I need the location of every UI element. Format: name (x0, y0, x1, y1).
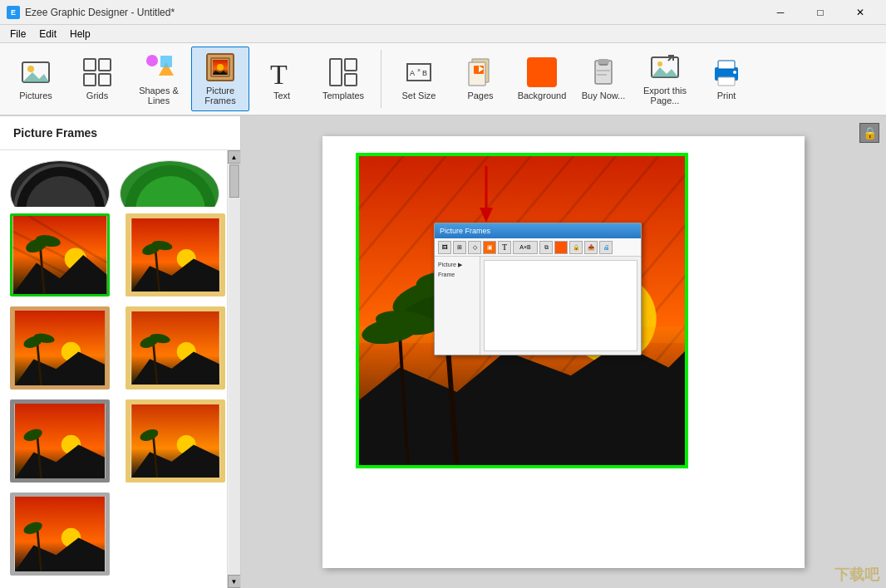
picture-frames-icon (205, 52, 235, 82)
mini-tb-pages[interactable]: ⧉ (539, 241, 553, 254)
mini-dialog-title-text: Picture Frames (440, 227, 490, 235)
mini-dialog-body: Picture ▶ Frame (435, 257, 641, 355)
svg-text:×: × (417, 67, 421, 73)
text-label: Text (273, 91, 290, 100)
toolbar-grids-button[interactable]: Grids (68, 47, 126, 111)
svg-marker-2 (22, 72, 49, 82)
frame-item-partial-1[interactable] (10, 160, 110, 207)
frame-item-partial-2[interactable] (120, 160, 219, 207)
canvas-frame[interactable]: Picture Frames 🖼 ⊞ ◇ ▣ T A×B ⧉ 🔒 📤 🖨 (356, 153, 688, 468)
sidebar-scrollbar: ▲ ▼ (227, 150, 240, 588)
mini-sidebar-item-2[interactable]: Frame (436, 270, 478, 279)
mini-tb-text[interactable]: T (498, 241, 511, 254)
svg-point-34 (657, 61, 662, 66)
frame-item-5[interactable] (10, 399, 110, 483)
scroll-thumb[interactable] (229, 164, 239, 198)
mini-tb-grids[interactable]: ⊞ (453, 241, 466, 254)
scroll-up-button[interactable]: ▲ (228, 150, 241, 164)
mini-dialog-toolbar: 🖼 ⊞ ◇ ▣ T A×B ⧉ 🔒 📤 🖨 (435, 238, 641, 257)
toolbar-print-button[interactable]: Print (697, 47, 756, 111)
svg-rect-17 (330, 59, 342, 86)
svg-text:T: T (270, 59, 288, 87)
buy-now-label: Buy Now... (582, 91, 626, 100)
svg-rect-6 (99, 74, 111, 86)
pictures-icon (21, 57, 51, 87)
svg-rect-9 (160, 56, 172, 67)
svg-point-40 (733, 71, 736, 74)
shapes-lines-icon (144, 52, 174, 82)
frame-item-6[interactable] (126, 399, 225, 483)
set-size-icon: A × B (404, 57, 434, 87)
lock-icon[interactable]: 🔒 (859, 123, 879, 143)
scroll-down-button[interactable]: ▼ (228, 575, 241, 588)
toolbar-pages-button[interactable]: Pages (451, 47, 509, 111)
title-bar: E Ezee Graphic Designer - Untitled* ─ □ … (0, 0, 886, 25)
toolbar-templates-button[interactable]: Templates (314, 47, 372, 111)
minimize-button[interactable]: ─ (761, 0, 800, 25)
mini-tb-export[interactable]: 📤 (584, 241, 598, 254)
svg-rect-3 (84, 59, 96, 71)
print-label: Print (717, 91, 736, 100)
toolbar-export-button[interactable]: Export this Page... (636, 47, 694, 111)
mini-content-area (485, 261, 637, 350)
toolbar-shapes-lines-button[interactable]: Shapes & Lines (130, 47, 188, 111)
window-controls: ─ □ ✕ (761, 0, 879, 25)
sidebar-title: Picture Frames (0, 116, 240, 150)
svg-text:A: A (410, 69, 415, 77)
svg-rect-18 (345, 59, 357, 71)
mini-tb-buy[interactable]: 🔒 (569, 241, 583, 254)
svg-rect-32 (597, 74, 607, 76)
background-label: Background (518, 91, 567, 100)
svg-point-7 (146, 55, 158, 66)
svg-rect-31 (597, 70, 610, 71)
frame-item-4[interactable] (126, 306, 225, 390)
frame-item-3[interactable] (10, 306, 110, 390)
svg-text:B: B (422, 69, 427, 77)
mini-dialog-content (484, 260, 637, 351)
main-content: Picture Frames (0, 116, 886, 588)
canvas-area: 🔒 (241, 116, 886, 588)
mini-tb-bg[interactable] (554, 241, 568, 254)
app-icon: E (7, 6, 20, 19)
svg-marker-35 (652, 67, 678, 77)
partial-frames-row (7, 157, 234, 207)
toolbar-text-button[interactable]: T Text (253, 47, 311, 111)
toolbar-picture-frames-button[interactable]: Picture Frames (191, 47, 249, 111)
maximize-button[interactable]: □ (801, 0, 839, 25)
menu-file[interactable]: File (3, 27, 32, 42)
toolbar-buy-now-button[interactable]: Buy Now... (574, 47, 633, 111)
mini-tb-shapes[interactable]: ◇ (468, 241, 481, 254)
sidebar-content: ▲ ▼ (0, 150, 240, 588)
shapes-lines-label: Shapes & Lines (134, 86, 184, 105)
frame-item-7[interactable] (10, 492, 110, 576)
mini-tb-set[interactable]: A×B (513, 241, 538, 254)
mini-tb-frame[interactable]: ▣ (483, 241, 496, 254)
svg-rect-38 (718, 61, 735, 69)
mini-tb-print[interactable]: 🖨 (599, 241, 613, 254)
pages-icon (465, 57, 495, 87)
toolbar: Pictures Grids Shapes & Lines (0, 43, 886, 116)
export-icon (650, 52, 680, 82)
mini-dialog-title: Picture Frames (435, 223, 641, 238)
close-button[interactable]: ✕ (841, 0, 879, 25)
mini-tb-pictures[interactable]: 🖼 (438, 241, 451, 254)
svg-point-14 (217, 64, 224, 71)
frame-item-1[interactable] (10, 213, 110, 296)
toolbar-set-size-button[interactable]: A × B Set Size (390, 47, 448, 111)
svg-rect-4 (99, 59, 111, 71)
text-icon: T (267, 57, 297, 87)
grids-icon (82, 57, 112, 87)
mini-sidebar-item[interactable]: Picture ▶ (436, 260, 478, 270)
templates-label: Templates (322, 91, 364, 100)
menu-help[interactable]: Help (63, 27, 97, 42)
window-title: Ezee Graphic Designer - Untitled* (25, 7, 175, 18)
toolbar-pictures-button[interactable]: Pictures (7, 47, 65, 111)
mini-dialog: Picture Frames 🖼 ⊞ ◇ ▣ T A×B ⧉ 🔒 📤 🖨 (434, 223, 642, 355)
set-size-label: Set Size (402, 91, 436, 100)
svg-rect-19 (345, 74, 357, 86)
menu-edit[interactable]: Edit (32, 27, 63, 42)
toolbar-background-button[interactable]: Background (513, 47, 571, 111)
picture-frames-label: Picture Frames (195, 86, 245, 105)
frame-item-2[interactable] (126, 213, 225, 296)
menu-bar: File Edit Help (0, 25, 886, 43)
